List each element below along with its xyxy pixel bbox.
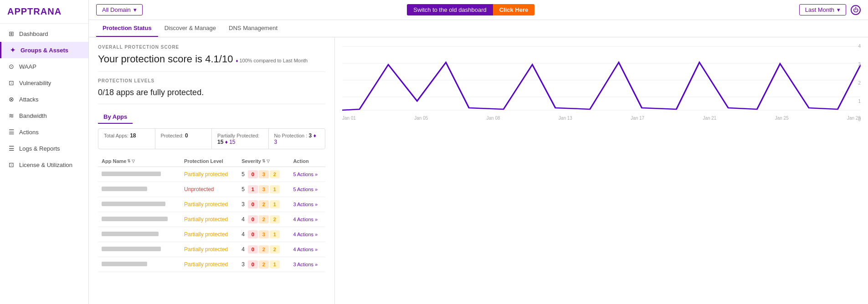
sidebar-item-label: WAAP (19, 63, 36, 70)
topbar-left: All Domain ▾ (96, 4, 143, 15)
sidebar-item-label: Bandwidth (19, 112, 47, 119)
severity-cell: 3021 (238, 197, 289, 212)
protection-status: Partially protected (184, 216, 228, 223)
stat-value: 18 (130, 132, 136, 139)
severity-sort-icon[interactable]: ⇅ (262, 159, 266, 163)
score-value: Your protection score is 4.1/10 (98, 53, 233, 65)
severity-cell: 4022 (238, 242, 289, 257)
topbar-center: Switch to the old dashboard Click Here (407, 4, 534, 15)
stat-value: 0 (185, 132, 188, 139)
severity-badge: 0 (248, 230, 258, 238)
severity-badge: 0 (248, 170, 258, 178)
tab-dns-management[interactable]: DNS Management (222, 20, 284, 37)
severity-badge: 0 (248, 260, 258, 269)
tabs-bar: Protection StatusDiscover & ManageDNS Ma… (89, 20, 868, 37)
protection-level-cell: Partially protected (180, 257, 238, 272)
tab-discover-manage[interactable]: Discover & Manage (158, 20, 222, 37)
col-protection-level: Protection Level (180, 156, 238, 167)
table-row: Partially protected40224 Actions » (98, 242, 325, 257)
app-name-cell (98, 182, 180, 197)
last-month-button[interactable]: Last Month ▾ (799, 4, 846, 15)
severity-badge: 2 (270, 215, 280, 223)
sidebar-item-label: Dashboard (19, 30, 48, 37)
topbar: All Domain ▾ Switch to the old dashboard… (89, 0, 868, 20)
action-link[interactable]: 4 Actions » (293, 217, 318, 222)
app-logo: APPTRANA (7, 6, 81, 17)
app-name-cell (98, 167, 180, 182)
protection-levels-label: PROTECTION LEVELS (98, 78, 325, 83)
action-cell: 4 Actions » (289, 212, 325, 227)
stat-label: Partially Protected: (217, 133, 259, 138)
filter-icon[interactable]: ▽ (132, 159, 135, 163)
action-link[interactable]: 3 Actions » (293, 202, 318, 207)
stat-value: 3 (309, 132, 312, 139)
stat-cell: Protected: 0 (155, 129, 212, 149)
sort-icon[interactable]: ⇅ (127, 159, 131, 163)
domain-button[interactable]: All Domain ▾ (96, 4, 143, 15)
sidebar-item-actions[interactable]: ☰ Actions (0, 124, 88, 140)
severity-badge: 3 (259, 185, 269, 193)
action-cell: 3 Actions » (289, 197, 325, 212)
click-here-button[interactable]: Click Here (493, 4, 535, 15)
col-app-name: App Name ⇅ ▽ (98, 156, 180, 167)
action-cell: 4 Actions » (289, 242, 325, 257)
action-cell: 3 Actions » (289, 257, 325, 272)
sidebar-item-attacks[interactable]: ⊗ Attacks (0, 91, 88, 107)
action-link[interactable]: 5 Actions » (293, 172, 318, 177)
stat-cell: No Protection : 3 ♦ 3 (269, 129, 325, 149)
overall-section-label: OVERALL PROTECTION SCORE (98, 45, 325, 50)
chart-x-label: Jan 21 (703, 116, 716, 121)
stat-cell: Total Apps: 18 (98, 129, 155, 149)
app-name-blurred (102, 202, 165, 206)
severity-cell: 4031 (238, 227, 289, 242)
stat-cell: Partially Protected: 15 ♦ 15 (212, 129, 269, 149)
severity-count: 4 (241, 216, 245, 223)
sidebar-item-dashboard[interactable]: ⊞ Dashboard (0, 25, 88, 42)
sidebar-item-groups-assets[interactable]: ✦ Groups & Assets (0, 42, 88, 58)
stat-value: 15 (217, 139, 223, 145)
table-row: Partially protected30213 Actions » (98, 197, 325, 212)
severity-count: 4 (241, 246, 245, 253)
sidebar-item-vulnerability[interactable]: ⊡ Vulnerability (0, 75, 88, 91)
chart-x-label: Jan 25 (775, 116, 789, 121)
sidebar-item-label: Actions (19, 129, 39, 136)
severity-badge: 1 (270, 185, 280, 193)
app-name-blurred (102, 247, 161, 251)
chart-y-label: 2 (858, 81, 861, 86)
sidebar-item-license[interactable]: ⊡ License & Utilization (0, 157, 88, 173)
app-name-blurred (102, 232, 159, 236)
diamond-icon: ♦ 15 (225, 139, 236, 145)
severity-count: 5 (241, 186, 245, 193)
action-link[interactable]: 5 Actions » (293, 187, 318, 192)
severity-badge: 2 (259, 215, 269, 223)
action-link[interactable]: 3 Actions » (293, 262, 318, 267)
action-link[interactable]: 4 Actions » (293, 232, 318, 237)
power-button[interactable]: ⏻ (851, 5, 861, 15)
severity-cell: 5032 (238, 167, 289, 182)
protection-score-text: Your protection score is 4.1/10 ♦ 100% c… (98, 53, 325, 65)
chevron-down-icon: ▾ (837, 6, 840, 13)
chart-x-label: Jan 13 (559, 116, 572, 121)
chart-y-label: 4 (858, 44, 861, 49)
topbar-right: Last Month ▾ ⏻ (799, 4, 861, 15)
switch-banner: Switch to the old dashboard (407, 4, 493, 15)
stat-label: Protected: (161, 133, 184, 138)
sidebar: APPTRANA ⊞ Dashboard✦ Groups & Assets⊙ W… (0, 0, 89, 304)
last-month-label: Last Month (805, 6, 834, 13)
sidebar-item-bandwidth[interactable]: ≋ Bandwidth (0, 107, 88, 124)
protection-level-cell: Partially protected (180, 167, 238, 182)
severity-badge: 2 (259, 245, 269, 253)
protection-level-cell: Partially protected (180, 227, 238, 242)
sidebar-item-logs-reports[interactable]: ☰ Logs & Reports (0, 140, 88, 157)
chart-svg (342, 42, 861, 115)
dashboard-icon: ⊞ (7, 30, 15, 37)
action-link[interactable]: 4 Actions » (293, 247, 318, 252)
sidebar-item-label: License & Utilization (19, 162, 72, 168)
severity-count: 3 (241, 201, 245, 208)
tab-protection-status[interactable]: Protection Status (96, 20, 158, 37)
protection-level-cell: Unprotected (180, 182, 238, 197)
severity-filter-icon[interactable]: ▽ (267, 159, 270, 163)
bandwidth-icon: ≋ (7, 112, 15, 119)
sidebar-item-waap[interactable]: ⊙ WAAP (0, 58, 88, 75)
by-apps-tab[interactable]: By Apps (98, 111, 133, 124)
